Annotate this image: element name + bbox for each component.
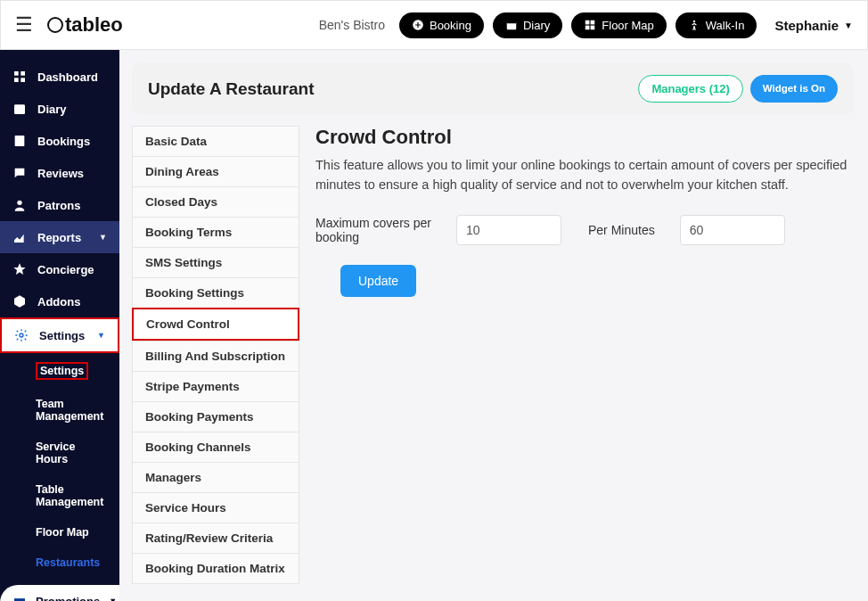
tab-booking-settings[interactable]: Booking Settings — [132, 277, 299, 308]
sidebar-item-patrons[interactable]: Patrons — [0, 189, 119, 221]
tab-managers[interactable]: Managers — [132, 462, 299, 492]
svg-rect-9 — [20, 71, 25, 76]
caret-down-icon: ▼ — [844, 21, 853, 30]
content-row: Basic Data Dining Areas Closed Days Book… — [132, 126, 854, 584]
chat-check-icon — [12, 166, 27, 180]
package-icon — [12, 294, 27, 309]
brand-ring-icon — [47, 17, 63, 33]
sidebar-item-promotions[interactable]: Promotions▼ — [0, 585, 119, 601]
tab-booking-terms[interactable]: Booking Terms — [132, 217, 299, 247]
walkin-button[interactable]: Walk-In — [676, 12, 757, 38]
sidebar-item-addons[interactable]: Addons — [0, 285, 119, 317]
gear-icon — [14, 328, 29, 342]
star-icon — [12, 262, 27, 276]
user-menu[interactable]: Stephanie ▼ — [774, 18, 853, 33]
tab-basic-data[interactable]: Basic Data — [132, 126, 299, 156]
per-minutes-group: Per Minutes — [588, 215, 785, 245]
svg-rect-5 — [585, 26, 590, 30]
svg-rect-3 — [585, 21, 590, 25]
page-header: Update A Restaurant Managers (12) Widget… — [132, 62, 854, 115]
hamburger-icon[interactable]: ☰ — [15, 13, 33, 37]
tab-billing-subscription[interactable]: Billing And Subscription — [132, 341, 299, 371]
svg-point-15 — [20, 333, 23, 337]
svg-rect-6 — [591, 26, 595, 30]
sidebar-item-concierge[interactable]: Concierge — [0, 253, 119, 285]
person-walk-icon — [688, 19, 700, 31]
tab-booking-channels[interactable]: Booking Channels — [132, 432, 299, 462]
tab-rating-review-criteria[interactable]: Rating/Review Criteria — [132, 523, 299, 553]
svg-rect-11 — [20, 78, 25, 82]
tab-service-hours[interactable]: Service Hours — [132, 492, 299, 523]
panel-description: This feature allows you to limit your on… — [315, 156, 854, 195]
brand-text: tableo — [65, 13, 123, 37]
settings-tab-list: Basic Data Dining Areas Closed Days Book… — [132, 126, 299, 584]
svg-rect-8 — [14, 71, 19, 76]
sidebar-sub-team-management[interactable]: Team Management — [0, 389, 119, 432]
diary-button[interactable]: Diary — [493, 12, 562, 38]
plus-circle-icon — [412, 19, 424, 31]
svg-rect-4 — [591, 21, 595, 25]
svg-rect-2 — [507, 21, 517, 23]
sidebar-item-diary[interactable]: Diary — [0, 93, 119, 125]
header-buttons: Managers (12) Widget is On — [638, 75, 838, 103]
sidebar-item-dashboard[interactable]: Dashboard — [0, 61, 119, 93]
topbar-right: Ben's Bistro Booking Diary Floor Map Wal… — [319, 12, 853, 38]
update-button[interactable]: Update — [340, 265, 416, 297]
caret-down-icon: ▼ — [97, 331, 105, 340]
sidebar-sub-service-hours[interactable]: Service Hours — [0, 432, 119, 474]
calendar-icon — [505, 19, 518, 31]
max-covers-group: Maximum covers per booking — [315, 215, 561, 245]
tab-sms-settings[interactable]: SMS Settings — [132, 247, 299, 277]
tab-stripe-payments[interactable]: Stripe Payments — [132, 371, 299, 401]
calendar-icon — [12, 102, 27, 116]
tab-booking-payments[interactable]: Booking Payments — [132, 401, 299, 432]
sidebar-item-reports[interactable]: Reports▼ — [0, 221, 119, 253]
svg-rect-10 — [14, 78, 19, 82]
svg-rect-12 — [14, 104, 25, 114]
sidebar-sub-table-management[interactable]: Table Management — [0, 474, 119, 517]
booking-button[interactable]: Booking — [399, 12, 484, 38]
tab-dining-areas[interactable]: Dining Areas — [132, 156, 299, 186]
floormap-button[interactable]: Floor Map — [571, 12, 667, 38]
widget-status-button[interactable]: Widget is On — [750, 75, 838, 103]
tab-crowd-control[interactable]: Crowd Control — [132, 308, 299, 341]
topbar: ☰ tableo Ben's Bistro Booking Diary Floo… — [0, 0, 868, 50]
brand-logo: tableo — [47, 13, 123, 37]
sidebar-item-bookings[interactable]: Bookings — [0, 125, 119, 157]
dashboard-icon — [12, 70, 27, 84]
form-row: Maximum covers per booking Per Minutes — [315, 215, 854, 245]
svg-point-14 — [17, 201, 21, 205]
sidebar-sub-floor-map[interactable]: Floor Map — [0, 517, 119, 547]
per-minutes-label: Per Minutes — [588, 223, 655, 237]
book-icon — [12, 134, 27, 148]
per-minutes-input[interactable] — [680, 215, 785, 245]
chart-icon — [12, 230, 27, 244]
sidebar-sub-settings[interactable]: Settings — [0, 353, 119, 389]
page-title: Update A Restaurant — [148, 79, 315, 99]
person-icon — [12, 198, 27, 212]
gift-icon — [12, 594, 27, 601]
max-covers-input[interactable] — [456, 215, 561, 245]
caret-down-icon: ▼ — [109, 597, 117, 601]
sidebar-item-settings[interactable]: Settings▼ — [0, 317, 119, 353]
restaurant-name: Ben's Bistro — [319, 18, 385, 32]
main-content: Update A Restaurant Managers (12) Widget… — [119, 50, 868, 601]
svg-rect-13 — [15, 136, 25, 146]
sidebar-item-reviews[interactable]: Reviews — [0, 157, 119, 189]
sidebar: Dashboard Diary Bookings Reviews Patrons… — [0, 50, 119, 601]
panel-heading: Crowd Control — [315, 126, 854, 149]
grid-icon — [584, 19, 596, 31]
sidebar-sub-restaurants[interactable]: Restaurants — [0, 547, 119, 578]
crowd-control-panel: Crowd Control This feature allows you to… — [315, 126, 854, 584]
svg-point-7 — [693, 21, 695, 22]
caret-down-icon: ▼ — [99, 233, 107, 242]
max-covers-label: Maximum covers per booking — [315, 216, 431, 244]
tab-closed-days[interactable]: Closed Days — [132, 186, 299, 217]
layout: Dashboard Diary Bookings Reviews Patrons… — [0, 50, 868, 601]
tab-booking-duration-matrix[interactable]: Booking Duration Matrix — [132, 553, 299, 584]
managers-button[interactable]: Managers (12) — [638, 75, 742, 103]
